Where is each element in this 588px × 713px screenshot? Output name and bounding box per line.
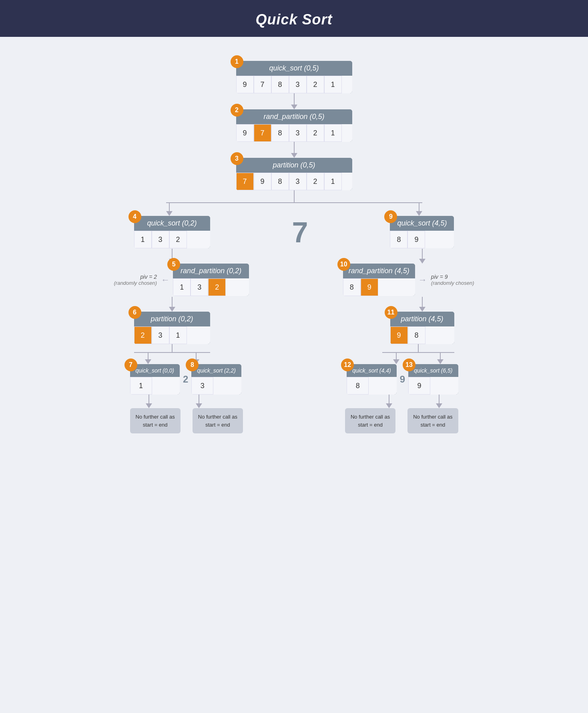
sep-9: 9	[397, 374, 408, 385]
row-4-9: 4 quick_sort (0,2) 1 3 2 7 9 quick_sort …	[134, 216, 454, 249]
badge-2: 2	[231, 104, 243, 117]
node-9-title: quick_sort (4,5)	[390, 216, 454, 231]
main-content: 1 quick_sort (0,5) 9 7 8 3 2 1 2	[0, 37, 588, 453]
node-8-title: quick_sort (2,2)	[191, 364, 241, 377]
no-further-3: No further call asstart = end	[345, 408, 395, 433]
sep-2: 2	[180, 374, 191, 385]
branch-right	[416, 203, 422, 216]
node-12-title: quick_sort (4,4)	[347, 364, 396, 377]
no-further-row: No further call asstart = end No further…	[130, 408, 458, 433]
node-12-cells: 8	[347, 377, 396, 395]
node-8: 8 quick_sort (2,2) 3	[191, 364, 241, 395]
arrows-5-11	[134, 297, 454, 312]
node-6-cells: 2 3 1	[134, 326, 210, 344]
node-3-cells: 7 9 8 3 2 1	[236, 173, 352, 190]
arrows-4-10	[134, 249, 454, 264]
no-further-4: No further call asstart = end	[407, 408, 458, 433]
branch-left	[166, 203, 173, 216]
badge-7: 7	[124, 359, 137, 371]
row-5-10: piv = 2 (randomly chosen) ← 5 rand_parti…	[114, 264, 474, 296]
row-7-8-12-13: 7 quick_sort (0,0) 1 2 8 quick_sort (2,2…	[130, 364, 458, 395]
node-7-title: quick_sort (0,0)	[130, 364, 180, 377]
node-4-title: quick_sort (0,2)	[134, 216, 210, 231]
node-2-title: rand_partition (0,5)	[236, 109, 352, 124]
badge-10: 10	[337, 258, 350, 271]
node-12: 12 quick_sort (4,4) 8	[347, 364, 396, 395]
node-3-title: partition (0,5)	[236, 158, 352, 173]
node-2-cells: 9 7 8 3 2 1	[236, 124, 352, 142]
node-7: 7 quick_sort (0,0) 1	[130, 364, 180, 395]
node-1: 1 quick_sort (0,5) 9 7 8 3 2 1	[236, 61, 352, 93]
badge-1: 1	[231, 55, 243, 68]
node-11-cells: 9 8	[390, 326, 454, 344]
node-9-cells: 8 9	[390, 231, 454, 248]
row-6-11: 6 partition (0,2) 2 3 1 11 partition (4,…	[134, 312, 454, 344]
node-3: 3 partition (0,5) 7 9 8 3 2 1	[236, 158, 352, 190]
node-8-cells: 3	[191, 377, 241, 395]
node-13: 13 quick_sort (6,5) 9	[408, 364, 458, 395]
node-6: 6 partition (0,2) 2 3 1	[134, 312, 210, 344]
node-11: 11 partition (4,5) 9 8	[390, 312, 454, 344]
arrow-1-2	[291, 93, 297, 109]
node-7-cells: 1	[130, 377, 180, 395]
node-11-title: partition (4,5)	[390, 312, 454, 326]
page-title: Quick Sort	[0, 0, 588, 37]
badge-4: 4	[128, 210, 141, 223]
node-2: 2 rand_partition (0,5) 9 7 8 3 2 1	[236, 109, 352, 142]
node-5-cells: 1 3 2	[173, 278, 249, 296]
badge-13: 13	[403, 359, 415, 371]
node-5: 5 rand_partition (0,2) 1 3 2	[173, 264, 249, 296]
node-13-title: quick_sort (6,5)	[408, 364, 458, 377]
pivot-right-note: piv = 9 (randomly chosen)	[431, 274, 474, 286]
node-6-title: partition (0,2)	[134, 312, 210, 326]
node-9: 9 quick_sort (4,5) 8 9	[390, 216, 454, 248]
node-13-cells: 9	[408, 377, 458, 395]
node-10-cells: 8 9	[343, 278, 415, 296]
node-10: 10 rand_partition (4,5) 8 9	[343, 264, 415, 296]
badge-3: 3	[231, 152, 243, 165]
node-1-cells: 9 7 8 3 2 1	[236, 76, 352, 93]
node-4-cells: 1 3 2	[134, 231, 210, 248]
node-5-title: rand_partition (0,2)	[173, 264, 249, 278]
badge-12: 12	[341, 359, 354, 371]
pivot-left-note: piv = 2 (randomly chosen)	[114, 274, 157, 286]
no-further-1: No further call asstart = end	[130, 408, 181, 433]
badge-11: 11	[385, 306, 397, 319]
node-4: 4 quick_sort (0,2) 1 3 2	[134, 216, 210, 248]
node-10-title: rand_partition (4,5)	[343, 264, 415, 278]
no-further-2: No further call asstart = end	[193, 408, 243, 433]
branch-3	[134, 190, 454, 216]
badge-6: 6	[128, 306, 141, 319]
badge-5: 5	[167, 258, 180, 271]
pivot-7: 7	[280, 216, 320, 249]
arrows-to-nofurther	[130, 395, 458, 408]
arrow-2-3	[291, 142, 297, 158]
node-1-title: quick_sort (0,5)	[236, 61, 352, 76]
